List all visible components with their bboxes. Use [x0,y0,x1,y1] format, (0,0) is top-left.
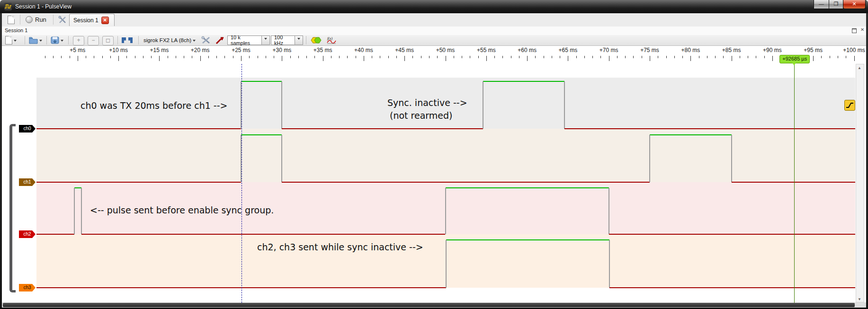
save-button[interactable] [49,35,65,45]
ruler-tick [274,56,274,58]
ruler-tick [347,56,348,58]
session-settings-button[interactable] [55,14,70,25]
new-view-button[interactable] [4,35,18,45]
trace-annotation: <-- pulse sent before enable sync group. [90,205,274,215]
ruler-tick-label: +60 ms [518,47,537,53]
ruler-tick [45,56,45,58]
ruler-tick [110,56,111,58]
tab-close-icon[interactable]: ✕ [101,17,109,24]
minimize-button[interactable]: — [814,0,829,9]
title-bar[interactable]: Session 1 - PulseView — ❐ ✕ [0,0,868,13]
add-math-signal-button[interactable]: f(x) [325,35,338,45]
trace-annotation: ch0 was TX 20ms before ch1 --> [81,100,227,111]
combo-dropdown-button[interactable] [261,36,269,44]
chevron-down-icon [14,40,17,43]
ruler-tick [690,56,691,61]
rising-edge-icon [845,100,855,110]
chevron-down-icon [264,38,267,41]
window-frame-right [866,13,868,309]
vertical-scrollbar[interactable] [856,64,864,302]
ruler-tick [682,56,683,58]
ruler-tick [258,56,258,58]
close-button[interactable]: ✕ [843,0,866,9]
svg-text:f(x): f(x) [327,36,332,41]
window-title: Session 1 - PulseView [15,3,72,10]
ruler-tick [61,56,62,58]
configure-device-icon [201,36,211,44]
wave-low-ch1 [282,182,650,183]
ruler-tick [772,56,773,61]
new-session-button[interactable] [5,14,18,25]
trigger-marker-line[interactable] [242,64,242,303]
device-selector[interactable]: sigrok FX2 LA (8ch) [142,35,197,45]
ruler-tick [396,56,397,58]
ruler-tick [331,56,331,58]
ruler-tick [584,56,585,58]
ruler-tick-label: +75 ms [640,47,659,53]
show-cursors-button[interactable] [120,35,134,45]
ruler-tick [600,56,601,58]
tab-session-1[interactable]: Session 1 ✕ [69,14,115,26]
channels-button[interactable] [214,35,226,45]
wave-high-ch3 [446,239,609,240]
settings-wrench-icon [58,16,67,24]
ruler-tick [748,56,748,58]
ruler-tick [813,56,814,61]
separator [25,36,25,44]
ruler-tick [633,56,634,58]
horizontal-scrollbar-thumb[interactable] [3,303,855,307]
ruler-tick [519,56,519,58]
scroll-down-icon[interactable]: ▼ [858,297,861,301]
ruler-tick [625,56,626,58]
cursor-line[interactable] [794,62,795,303]
chevron-down-icon [193,40,196,43]
zoom-out-button[interactable]: − [88,36,99,45]
ruler-tick [143,56,143,58]
add-decoder-button[interactable] [309,35,323,45]
zoom-fit-button[interactable]: ◻ [102,36,114,45]
channel-group-bracket[interactable] [9,124,16,292]
ruler-tick [446,56,446,61]
open-file-button[interactable] [27,35,44,45]
trigger-badge[interactable] [844,100,855,111]
wave-edge-ch0 [281,81,282,129]
session-toolbar: + − ◻ sigrok FX2 LA (8ch) 10 k [2,35,866,46]
ruler-tick [642,56,642,58]
ruler-tick [470,56,470,58]
channel-label-ch1[interactable]: ch1 [19,178,36,186]
ruler-tick [314,56,315,58]
wave-edge-ch2 [81,188,82,234]
scroll-up-icon[interactable]: ▲ [858,66,861,70]
channel-label-ch3[interactable]: ch3 [19,284,36,291]
ruler-tick [650,56,650,61]
wave-high-ch0 [241,81,282,82]
sample-rate-combo[interactable]: 100 kHz [271,35,303,45]
combo-dropdown-button[interactable] [295,36,303,44]
ruler-tick [658,56,658,58]
ruler-tick [249,56,250,58]
wave-edge-ch3 [609,240,610,288]
sample-count-combo[interactable]: 10 k samples [227,35,270,45]
channel-label-ch0[interactable]: ch0 [19,125,36,132]
ruler-tick [372,56,372,58]
ruler-tick [421,56,421,58]
channel-label-ch2[interactable]: ch2 [19,230,36,238]
zoom-in-button[interactable]: + [73,36,84,45]
separator [53,15,54,25]
trace-annotation: Sync. inactive --> [387,97,467,108]
ruler-tick [233,56,233,58]
ruler-tick [241,56,242,61]
configure-device-button[interactable] [200,35,212,45]
ruler-tick [854,56,855,61]
separator [68,36,69,44]
close-dock-icon[interactable]: ✕ [860,27,864,32]
ruler-tick [723,56,724,58]
maximize-button[interactable]: ❐ [829,0,843,9]
ruler-tick [380,56,380,58]
float-dock-icon[interactable] [852,28,857,33]
ruler-tick-label: +65 ms [559,47,578,53]
ruler-tick [527,56,528,61]
ruler-tick-label: +5 ms [70,47,85,53]
wave-edge-ch2 [74,188,75,234]
run-button[interactable]: Run [23,14,49,25]
